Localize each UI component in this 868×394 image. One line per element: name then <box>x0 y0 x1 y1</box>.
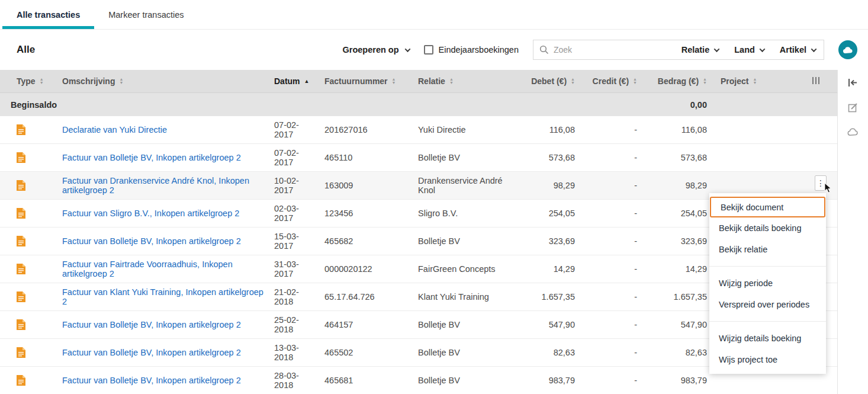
row-invoice-number: 465681 <box>316 371 409 389</box>
table-header-row: Type▲▼Omschrijving▲▼Datum▲Factuurnummer▲… <box>0 70 837 92</box>
sort-icon: ▲▼ <box>449 78 454 85</box>
row-description-link[interactable]: Factuur van Bolletje BV, Inkopen artikel… <box>62 320 241 329</box>
menu-divider <box>709 266 826 267</box>
row-debet: 547,90 <box>515 316 580 334</box>
row-description-link[interactable]: Factuur van Bolletje BV, Inkopen artikel… <box>62 153 241 162</box>
search-input[interactable] <box>549 45 674 55</box>
filter-relatie[interactable]: Relatie <box>674 45 727 55</box>
row-project <box>712 153 795 162</box>
row-date: 07-02-2017 <box>265 116 316 143</box>
row-type <box>0 260 53 278</box>
column-header-project[interactable]: Project▲▼ <box>712 76 795 86</box>
menu-item-bekijk-details-boeking[interactable]: Bekijk details boeking <box>709 217 826 239</box>
row-relation: Bolletje BV <box>409 371 515 389</box>
row-type <box>0 315 53 334</box>
edit-icon <box>848 102 858 113</box>
collapse-panel-button[interactable] <box>848 78 858 87</box>
chevron-down-icon <box>404 46 410 52</box>
menu-divider <box>709 321 826 322</box>
row-project <box>712 181 795 190</box>
menu-item-bekijk-document[interactable]: Bekijk document <box>710 197 825 217</box>
edit-button[interactable] <box>848 102 858 113</box>
tab-markeer-transacties[interactable]: Markeer transacties <box>94 0 198 29</box>
cloud-icon <box>847 128 859 136</box>
row-type <box>0 232 53 251</box>
row-description-link[interactable]: Factuur van Klant Yuki Training, Inkopen… <box>62 287 263 306</box>
row-type <box>0 204 53 223</box>
row-actions <box>795 116 837 124</box>
column-header-omschrijving[interactable]: Omschrijving▲▼ <box>53 76 265 86</box>
filter-artikel[interactable]: Artikel <box>772 45 824 55</box>
row-debet: 14,29 <box>515 260 580 278</box>
row-credit: - <box>580 344 642 361</box>
row-bedrag: 323,69 <box>642 232 712 250</box>
row-description-link[interactable]: Factuur van Bolletje BV, Inkopen artikel… <box>62 236 241 246</box>
row-credit: - <box>580 121 642 139</box>
sort-asc-icon: ▲ <box>304 78 310 84</box>
chevron-down-icon <box>759 46 765 52</box>
row-description-link[interactable]: Declaratie van Yuki Directie <box>62 125 167 134</box>
row-credit: - <box>580 288 642 306</box>
row-relation: Bolletje BV <box>409 344 515 361</box>
column-header-debet[interactable]: Debet (€)▲▼ <box>515 76 580 86</box>
row-type <box>0 148 53 167</box>
row-invoice-number: 123456 <box>316 204 409 222</box>
toolbar: Alle Groeperen op Eindejaarsboekingen Re… <box>0 30 868 70</box>
tab-alle-transacties[interactable]: Alle transacties <box>2 0 94 29</box>
column-label: Datum <box>274 76 300 86</box>
row-bedrag: 116,08 <box>642 121 712 139</box>
menu-item-bekijk-relatie[interactable]: Bekijk relatie <box>709 239 826 260</box>
row-date: 02-03-2017 <box>265 200 316 227</box>
row-debet: 323,69 <box>515 232 580 250</box>
column-header-credit[interactable]: Credit (€)▲▼ <box>580 76 642 86</box>
column-chooser-icon[interactable] <box>795 76 837 86</box>
row-invoice-number: 465110 <box>316 149 409 166</box>
cloud-button[interactable] <box>847 128 859 136</box>
column-header-datum[interactable]: Datum▲ <box>265 76 316 86</box>
row-date: 25-02-2018 <box>265 311 316 338</box>
column-label: Bedrag (€) <box>658 76 699 86</box>
column-label: Credit (€) <box>593 76 629 86</box>
menu-item-verspreid-over-periodes[interactable]: Verspreid over periodes <box>709 294 826 315</box>
row-debet: 983,79 <box>515 371 580 389</box>
table-row[interactable]: Declaratie van Yuki Directie07-02-201720… <box>0 116 837 144</box>
menu-item-wijzig-periode[interactable]: Wijzig periode <box>709 273 826 294</box>
row-debet: 573,68 <box>515 149 580 166</box>
menu-item-wijzig-details-boeking[interactable]: Wijzig details boeking <box>709 328 826 349</box>
checkbox-box <box>424 45 433 55</box>
download-cloud-button[interactable] <box>838 40 857 59</box>
row-relation: Bolletje BV <box>409 232 515 250</box>
page-title: Alle <box>17 44 35 56</box>
filter-label: Artikel <box>780 45 806 55</box>
row-description-link[interactable]: Factuur van Bolletje BV, Inkopen artikel… <box>62 376 241 385</box>
row-description: Factuur van Sligro B.V., Inkopen artikel… <box>53 204 265 222</box>
column-header-type[interactable]: Type▲▼ <box>0 76 53 86</box>
sort-icon: ▲▼ <box>40 78 44 85</box>
row-description-link[interactable]: Factuur van Bolletje BV, Inkopen artikel… <box>62 348 241 357</box>
table-row[interactable]: Factuur van Bolletje BV, Inkopen artikel… <box>0 144 837 172</box>
row-description-link[interactable]: Factuur van Drankenservice André Knol, I… <box>62 176 249 195</box>
row-invoice-number: 201627016 <box>316 121 409 139</box>
row-debet: 82,63 <box>515 344 580 361</box>
row-date: 28-03-2018 <box>265 367 316 394</box>
column-header-factuurnummer[interactable]: Factuurnummer▲▼ <box>316 76 409 86</box>
menu-item-wijs-project-toe[interactable]: Wijs project toe <box>709 349 826 370</box>
row-description: Factuur van Bolletje BV, Inkopen artikel… <box>53 344 265 361</box>
column-header-relatie[interactable]: Relatie▲▼ <box>409 76 515 86</box>
row-invoice-number: 163009 <box>316 177 409 194</box>
row-date: 15-03-2017 <box>265 228 316 255</box>
column-label: Debet (€) <box>531 76 567 86</box>
invoice-document-icon <box>17 375 25 386</box>
beginsaldo-amount: 0,00 <box>642 100 712 110</box>
filter-land[interactable]: Land <box>726 45 772 55</box>
year-end-checkbox[interactable]: Eindejaarsboekingen <box>424 45 519 55</box>
context-menu: Bekijk documentBekijk details boekingBek… <box>709 193 826 374</box>
row-description-link[interactable]: Factuur van Fairtrade Voorraadhuis, Inko… <box>62 260 233 278</box>
column-header-bedrag[interactable]: Bedrag (€)▲▼ <box>642 76 712 86</box>
sort-icon: ▲▼ <box>571 78 575 85</box>
row-menu-button[interactable]: ⋮ <box>815 175 827 191</box>
row-type <box>0 287 53 306</box>
group-by-dropdown[interactable]: Groeperen op <box>342 45 409 55</box>
filter-label: Land <box>734 45 755 55</box>
row-description-link[interactable]: Factuur van Sligro B.V., Inkopen artikel… <box>62 209 239 218</box>
